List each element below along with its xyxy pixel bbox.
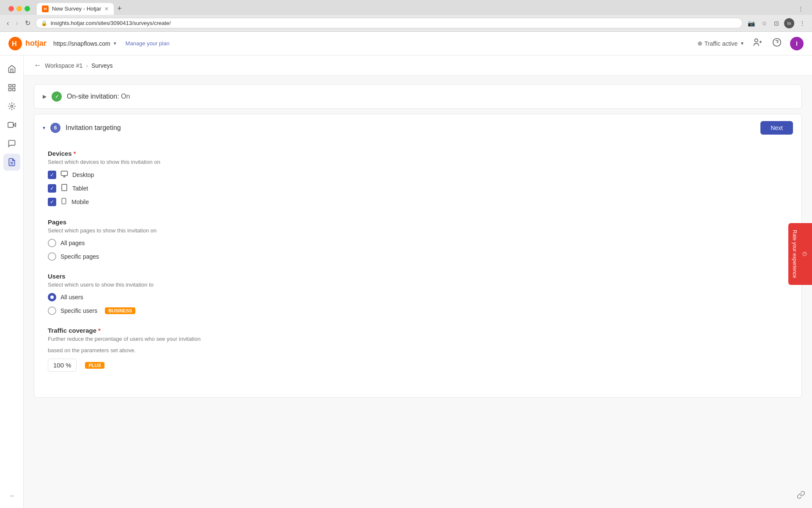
address-bar[interactable]: 🔒 insights.hotjar.com/sites/3090413/surv…	[36, 18, 743, 28]
sidebar-item-recordings[interactable]	[3, 116, 20, 133]
all-pages-radio[interactable]	[48, 239, 56, 247]
svg-marker-12	[13, 123, 16, 127]
hotjar-logo-icon: H	[8, 37, 22, 50]
mobile-checkbox[interactable]: ✓	[48, 198, 56, 206]
rate-experience-tab[interactable]: ☺ Rate your experience	[788, 223, 812, 285]
mobile-device-icon	[60, 197, 67, 207]
help-btn[interactable]	[771, 36, 783, 51]
devices-required-star: *	[74, 150, 76, 157]
hotjar-logo: H hotjar	[8, 37, 47, 50]
rate-experience-label: Rate your experience	[792, 230, 798, 278]
main-content: ▶ ✓ On-site invitation: On ▾	[24, 76, 812, 508]
new-tab-btn[interactable]: +	[114, 3, 125, 15]
traffic-status-dropdown: ▼	[740, 41, 744, 46]
profile-btn[interactable]: In	[784, 18, 794, 28]
site-url-label: https://snapflows.com	[53, 40, 110, 47]
tablet-device-icon	[60, 184, 68, 193]
camera-off-btn[interactable]: 📷	[746, 18, 757, 28]
specific-users-badge: BUSINESS	[105, 307, 135, 314]
users-description: Select which users to show this invitati…	[48, 282, 788, 288]
specific-pages-radio[interactable]	[48, 252, 56, 261]
lock-icon: 🔒	[41, 20, 47, 26]
users-label: Users	[48, 273, 788, 280]
back-btn[interactable]: ‹	[5, 18, 11, 29]
mobile-checkbox-item[interactable]: ✓ Mobile	[48, 197, 788, 207]
coverage-plus-badge: PLUS	[85, 362, 104, 369]
sidebar-item-dashboard[interactable]	[3, 79, 20, 96]
traffic-coverage-field-group: Traffic coverage * Further reduce the pe…	[48, 327, 788, 372]
sidebar-bottom: →	[3, 487, 20, 504]
breadcrumb-back-btn[interactable]: ←	[34, 61, 41, 70]
all-users-radio[interactable]	[48, 293, 56, 301]
sidebar-item-surveys[interactable]	[3, 154, 20, 171]
pages-description: Select which pages to show this invitati…	[48, 227, 788, 234]
specific-users-radio[interactable]	[48, 306, 56, 315]
svg-rect-16	[61, 171, 68, 176]
svg-rect-9	[8, 88, 11, 91]
invitation-targeting-header[interactable]: ▾ 6 Invitation targeting Next	[34, 114, 801, 141]
sidebar-item-home[interactable]	[3, 61, 20, 77]
site-dropdown-icon: ▼	[113, 41, 117, 46]
coverage-percentage-box: 100 %	[48, 359, 77, 372]
add-user-btn[interactable]	[751, 36, 764, 51]
tablet-label: Tablet	[72, 185, 88, 192]
next-button[interactable]: Next	[760, 121, 793, 135]
specific-users-label: Specific users	[60, 307, 97, 314]
all-users-radio-item[interactable]: All users	[48, 293, 788, 301]
url-display: insights.hotjar.com/sites/3090413/survey…	[51, 20, 737, 26]
traffic-status-dot	[698, 41, 702, 46]
browser-toolbar: ‹ › ↻ 🔒 insights.hotjar.com/sites/309041…	[0, 15, 812, 31]
sidebar-expand-btn[interactable]: →	[3, 487, 20, 504]
breadcrumb-workspace[interactable]: Workspace #1	[45, 62, 82, 69]
tablet-checkbox[interactable]: ✓	[48, 184, 56, 193]
extensions-btn[interactable]: ⊡	[772, 18, 781, 28]
traffic-status[interactable]: Traffic active ▼	[698, 40, 745, 47]
window-close-btn[interactable]	[8, 6, 14, 11]
targeting-body: Devices * Select which devices to show t…	[34, 141, 801, 397]
active-tab[interactable]: H New Survey - Hotjar ✕	[37, 3, 114, 15]
site-selector[interactable]: https://snapflows.com ▼	[53, 40, 117, 47]
all-pages-label: All pages	[60, 240, 85, 246]
window-minimize-btn[interactable]	[16, 6, 22, 11]
more-btn[interactable]: ⋮	[798, 18, 807, 28]
desktop-checkbox[interactable]: ✓	[48, 171, 56, 179]
bookmark-btn[interactable]: ☆	[760, 18, 769, 28]
targeting-title: Invitation targeting	[66, 124, 121, 132]
sidebar-item-feedback[interactable]	[3, 135, 20, 152]
link-icon-btn[interactable]	[797, 491, 805, 501]
svg-text:H: H	[12, 40, 17, 47]
traffic-coverage-required-star: *	[98, 327, 101, 334]
forward-btn[interactable]: ›	[14, 18, 19, 29]
desktop-checkbox-item[interactable]: ✓ Desktop	[48, 170, 788, 179]
all-users-label: All users	[60, 294, 83, 301]
targeting-toggle-icon: ▾	[43, 125, 45, 131]
hotjar-wordmark: hotjar	[25, 39, 47, 48]
user-avatar[interactable]: I	[790, 37, 804, 50]
specific-users-radio-item[interactable]: Specific users BUSINESS	[48, 306, 788, 315]
traffic-coverage-desc2: based on the parameters set above.	[48, 347, 788, 353]
pages-field-group: Pages Select which pages to show this in…	[48, 218, 788, 261]
browser-menu-btn[interactable]: ⋮	[795, 4, 807, 14]
tab-favicon: H	[42, 6, 49, 12]
specific-pages-label: Specific pages	[60, 253, 99, 260]
manage-plan-link[interactable]: Manage your plan	[126, 40, 170, 47]
tablet-checkbox-item[interactable]: ✓ Tablet	[48, 184, 788, 193]
on-site-invitation-header[interactable]: ▶ ✓ On-site invitation: On	[34, 85, 801, 108]
devices-label: Devices *	[48, 150, 788, 157]
tab-close-btn[interactable]: ✕	[104, 6, 109, 12]
on-site-invitation-section: ▶ ✓ On-site invitation: On	[34, 84, 802, 109]
desktop-device-icon	[60, 170, 68, 179]
window-maximize-btn[interactable]	[25, 6, 30, 11]
sidebar-item-insights[interactable]	[3, 98, 20, 115]
traffic-coverage-label: Traffic coverage *	[48, 327, 788, 334]
breadcrumb-separator: ›	[86, 62, 88, 69]
specific-pages-radio-item[interactable]: Specific pages	[48, 252, 788, 261]
targeting-badge: 6	[50, 123, 60, 133]
all-pages-radio-item[interactable]: All pages	[48, 239, 788, 247]
tab-title: New Survey - Hotjar	[52, 6, 101, 12]
svg-point-2	[755, 39, 758, 42]
svg-rect-10	[12, 88, 15, 91]
traffic-coverage-desc1: Further reduce the percentage of users w…	[48, 336, 788, 342]
sidebar: →	[0, 55, 24, 508]
refresh-btn[interactable]: ↻	[23, 17, 32, 29]
